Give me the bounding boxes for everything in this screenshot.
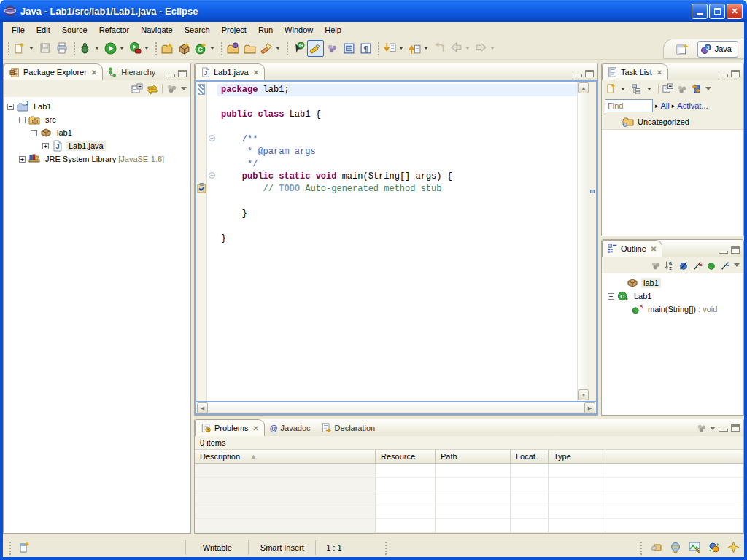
column-header-type[interactable]: Type xyxy=(549,450,605,463)
build-status-icon[interactable] xyxy=(650,542,662,553)
editor-tab-close-icon[interactable]: ✕ xyxy=(253,69,259,77)
outline-item-class[interactable]: − C Lab1 xyxy=(602,289,743,303)
hide-non-public-button[interactable] xyxy=(706,260,716,271)
problems-table-body[interactable] xyxy=(195,464,743,533)
collapse-expander-icon[interactable]: − xyxy=(608,293,614,300)
synchronize-status-icon[interactable] xyxy=(708,542,720,553)
statusbar-grip[interactable] xyxy=(8,540,11,555)
scroll-down-icon[interactable]: ▼ xyxy=(578,389,589,400)
menu-run[interactable]: Run xyxy=(252,24,279,36)
toolbar-grip[interactable] xyxy=(7,41,9,55)
show-source-of-element-button[interactable] xyxy=(341,40,357,57)
synchronize-icon[interactable] xyxy=(691,83,702,94)
view-menu-icon[interactable] xyxy=(705,87,711,90)
view-maximize-icon[interactable] xyxy=(731,246,740,254)
code-line-4[interactable] xyxy=(217,121,577,133)
hide-fields-button[interactable] xyxy=(678,260,689,271)
occurrences-dots-icon[interactable] xyxy=(324,40,341,57)
menu-help[interactable]: Help xyxy=(319,24,347,36)
collapse-expander-icon[interactable]: − xyxy=(7,104,14,110)
run-dropdown[interactable] xyxy=(120,47,124,50)
column-header-path[interactable]: Path xyxy=(436,450,511,463)
toolbar-grip[interactable] xyxy=(154,41,157,55)
progress-status-icon[interactable] xyxy=(727,541,740,553)
view-minimize-icon[interactable] xyxy=(166,74,175,77)
filters-icon[interactable] xyxy=(697,423,707,433)
toolbar-grip[interactable] xyxy=(220,41,222,55)
view-menu-icon[interactable] xyxy=(710,427,716,430)
menu-edit[interactable]: Edit xyxy=(31,24,56,36)
code-line-6[interactable]: * @param args xyxy=(217,146,577,158)
task-filter-activated-link[interactable]: Activat... xyxy=(677,101,708,110)
hide-local-types-button[interactable]: L xyxy=(720,260,730,271)
sort-button[interactable]: az xyxy=(665,260,675,271)
run-button[interactable] xyxy=(102,40,119,57)
next-annotation-button[interactable] xyxy=(382,40,398,57)
tab-close-icon[interactable]: ✕ xyxy=(657,69,662,77)
collapse-expander-icon[interactable]: − xyxy=(19,117,26,123)
column-header-location[interactable]: Locat... xyxy=(511,450,549,463)
toolbar-grip[interactable] xyxy=(285,41,288,55)
scroll-up-icon[interactable]: ▲ xyxy=(578,82,589,93)
tab-hierarchy[interactable]: Hierarchy xyxy=(103,64,160,80)
task-presentation-dropdown[interactable] xyxy=(647,88,651,90)
view-maximize-icon[interactable] xyxy=(731,424,740,432)
tab-package-explorer[interactable]: Package Explorer ✕ xyxy=(4,63,103,80)
maximize-button[interactable] xyxy=(709,4,725,19)
new-dropdown[interactable] xyxy=(29,47,34,50)
menu-navigate[interactable]: Navigate xyxy=(135,24,178,36)
collapse-all-button[interactable] xyxy=(662,83,673,94)
fold-collapse-icon[interactable]: − xyxy=(209,135,215,141)
statusbar-grip[interactable] xyxy=(639,540,642,555)
web-status-icon[interactable] xyxy=(670,542,681,553)
tab-javadoc[interactable]: @ Javadoc xyxy=(265,420,316,436)
previous-annotation-button[interactable] xyxy=(406,40,423,57)
tree-item-java-file[interactable]: + J Lab1.java xyxy=(4,139,190,152)
tab-task-list[interactable]: Task List ✕ xyxy=(602,63,668,80)
forward-dropdown[interactable] xyxy=(490,47,495,50)
code-line-7[interactable]: */ xyxy=(217,158,577,171)
tab-close-icon[interactable]: ✕ xyxy=(252,424,258,432)
code-line-9[interactable]: // TODO Auto-generated method stub xyxy=(217,183,577,195)
java-perspective-button[interactable]: J Java xyxy=(697,41,738,58)
code-line-8[interactable]: public static void main(String[] args) { xyxy=(217,171,577,183)
column-header-resource[interactable]: Resource xyxy=(376,450,436,463)
view-menu-icon[interactable] xyxy=(734,263,740,267)
print-button[interactable] xyxy=(53,40,70,57)
menu-file[interactable]: File xyxy=(6,24,31,36)
annotation-ruler[interactable] xyxy=(196,82,207,401)
tree-item-project[interactable]: − J Lab1 xyxy=(4,100,190,113)
new-task-button[interactable] xyxy=(605,83,616,94)
expand-expander-icon[interactable]: + xyxy=(42,143,49,149)
task-find-input[interactable] xyxy=(605,99,653,112)
view-menu-icon[interactable] xyxy=(181,87,187,90)
expand-expander-icon[interactable]: + xyxy=(19,156,26,163)
tab-outline[interactable]: Outline ✕ xyxy=(602,240,662,257)
scroll-right-icon[interactable]: ▶ xyxy=(584,402,595,413)
tab-problems[interactable]: Problems ✕ xyxy=(195,419,265,436)
outline-item-package[interactable]: lab1 xyxy=(602,276,743,289)
open-resource-button[interactable] xyxy=(241,40,258,57)
collapse-expander-icon[interactable]: − xyxy=(31,130,37,136)
save-button[interactable] xyxy=(36,40,53,57)
statusbar-grip[interactable] xyxy=(384,540,387,555)
open-task-button[interactable] xyxy=(225,40,241,57)
debug-dropdown[interactable] xyxy=(95,47,99,50)
next-annotation-dropdown[interactable] xyxy=(399,47,403,50)
overview-ruler[interactable] xyxy=(589,82,596,401)
search-button[interactable] xyxy=(258,40,275,57)
toolbar-grip[interactable] xyxy=(376,41,379,55)
mark-occurrences-toggle[interactable] xyxy=(307,40,324,57)
editor-maximize-icon[interactable] xyxy=(585,70,594,77)
link-with-editor-button[interactable] xyxy=(147,83,158,95)
expand-arrow-icon[interactable]: ▸ xyxy=(655,102,659,109)
image-status-icon[interactable] xyxy=(689,542,701,553)
view-maximize-icon[interactable] xyxy=(178,70,187,77)
search-dropdown[interactable] xyxy=(276,47,280,50)
new-button[interactable] xyxy=(12,40,28,57)
fold-collapse-icon[interactable]: − xyxy=(209,172,215,179)
outline-item-label[interactable]: Lab1 xyxy=(632,291,654,301)
code-line-13[interactable]: } xyxy=(217,233,577,245)
tree-item-jre-library[interactable]: + JRE System Library [JavaSE-1.6] xyxy=(4,152,190,166)
hide-static-members-button[interactable]: S xyxy=(692,260,703,271)
